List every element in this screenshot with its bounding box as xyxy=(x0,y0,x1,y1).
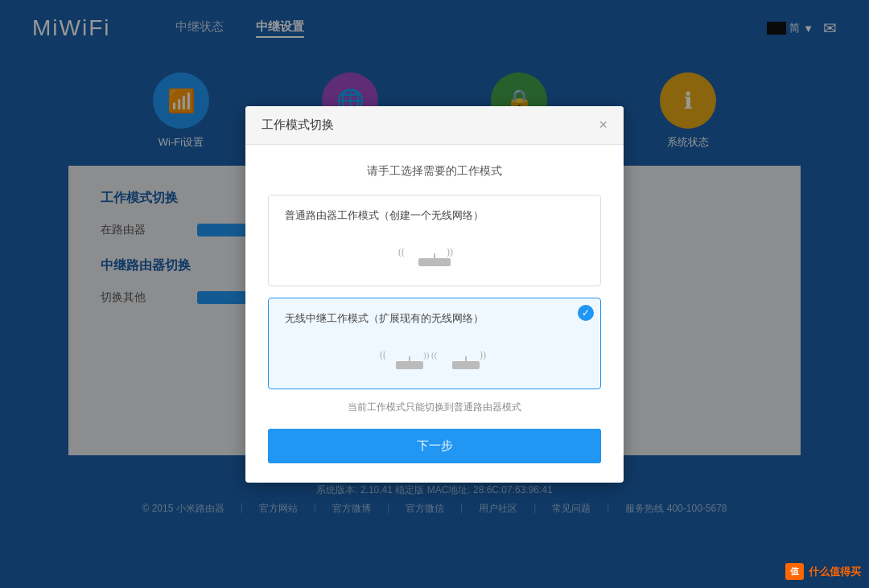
svg-text:)): )) xyxy=(447,246,453,257)
modal-subtitle: 请手工选择需要的工作模式 xyxy=(268,164,601,179)
modal-note: 当前工作模式只能切换到普通路由器模式 xyxy=(268,401,601,414)
mode1-label: 普通路由器工作模式（创建一个无线网络） xyxy=(285,208,584,223)
mode-card-repeater[interactable]: ✓ 无线中继工作模式（扩展现有的无线网络） (( )) (( )) xyxy=(268,298,601,389)
selected-checkmark: ✓ xyxy=(578,305,594,321)
svg-text:)) ((: )) (( xyxy=(423,350,438,360)
mode-switch-modal: 工作模式切换 × 请手工选择需要的工作模式 普通路由器工作模式（创建一个无线网络… xyxy=(245,106,624,483)
modal-body: 请手工选择需要的工作模式 普通路由器工作模式（创建一个无线网络） (( )) ✓… xyxy=(245,145,624,483)
next-step-button[interactable]: 下一步 xyxy=(268,429,601,463)
modal-close-button[interactable]: × xyxy=(599,117,607,132)
normal-router-svg: (( )) xyxy=(394,232,475,273)
watermark: 值 什么值得买 xyxy=(785,563,861,580)
watermark-badge: 值 xyxy=(785,563,804,580)
watermark-text: 什么值得买 xyxy=(809,565,861,579)
repeater-router-svg: (( )) (( )) xyxy=(378,335,491,376)
svg-rect-1 xyxy=(418,258,451,266)
svg-text:((: (( xyxy=(380,349,386,360)
mode1-icon: (( )) xyxy=(285,232,584,273)
modal-header: 工作模式切换 × xyxy=(245,106,624,145)
svg-rect-8 xyxy=(452,361,480,369)
svg-text:((: (( xyxy=(398,246,405,257)
mode-card-normal[interactable]: 普通路由器工作模式（创建一个无线网络） (( )) xyxy=(268,195,601,286)
svg-rect-5 xyxy=(396,361,423,369)
mode2-label: 无线中继工作模式（扩展现有的无线网络） xyxy=(285,311,584,326)
mode2-icon: (( )) (( )) xyxy=(285,335,584,376)
modal-title: 工作模式切换 xyxy=(262,117,334,133)
svg-text:)): )) xyxy=(480,349,486,360)
